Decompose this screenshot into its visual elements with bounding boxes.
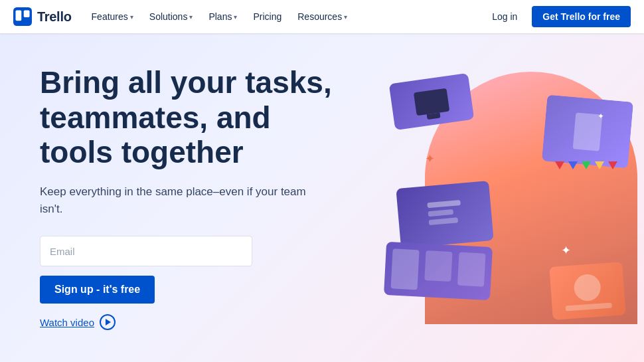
svg-rect-5	[429, 217, 459, 225]
hero-subtitle: Keep everything in the same place–even i…	[40, 183, 319, 217]
svg-rect-7	[424, 250, 452, 281]
monitor-icon	[414, 88, 449, 116]
sparkle-icon-1: ✦	[425, 151, 435, 166]
illustration-container: ✦ ✦ ✦	[385, 58, 637, 337]
nav-features-label: Features	[92, 11, 128, 22]
nav-features[interactable]: Features ▾	[85, 7, 140, 26]
trello-logo-icon	[13, 7, 32, 26]
navbar: Trello Features ▾ Solutions ▾ Plans ▾ Pr…	[0, 0, 644, 33]
hero-content: Bring all your tasks, teammates, and too…	[40, 65, 385, 331]
sparkle-icon-3: ✦	[598, 112, 604, 121]
play-triangle	[106, 319, 111, 325]
nav-plans[interactable]: Plans ▾	[202, 7, 244, 26]
flag-red	[555, 161, 564, 169]
nav-solutions[interactable]: Solutions ▾	[143, 7, 200, 26]
svg-point-9	[573, 273, 602, 302]
hero-title: Bring all your tasks, teammates, and too…	[40, 65, 345, 171]
card-board	[384, 241, 493, 300]
nav-resources[interactable]: Resources ▾	[291, 7, 354, 26]
nav-pricing-label: Pricing	[253, 11, 282, 22]
bunting-decoration	[555, 161, 617, 169]
sparkle-icon-2: ✦	[561, 243, 571, 258]
flag-yellow	[595, 161, 604, 169]
svg-rect-3	[427, 199, 461, 207]
svg-rect-6	[391, 248, 420, 290]
watch-video-link[interactable]: Watch video	[40, 314, 385, 330]
brand-name: Trello	[37, 9, 72, 25]
nav-solutions-label: Solutions	[149, 11, 188, 22]
watch-video-label: Watch video	[40, 317, 94, 328]
nav-right: Log in Get Trello for free	[485, 6, 631, 27]
flag-green	[582, 161, 591, 169]
flag-blue	[568, 161, 578, 169]
logo[interactable]: Trello	[13, 7, 72, 26]
hero-section: Bring all your tasks, teammates, and too…	[0, 33, 644, 362]
get-trello-button[interactable]: Get Trello for free	[532, 6, 631, 27]
svg-rect-1	[16, 10, 22, 21]
play-icon	[100, 314, 116, 330]
login-button[interactable]: Log in	[485, 7, 524, 26]
card-task	[396, 181, 493, 248]
signup-button[interactable]: Sign up - it's free	[40, 276, 155, 304]
nav-resources-label: Resources	[297, 11, 342, 22]
board-icon	[384, 241, 493, 300]
hero-illustration: ✦ ✦ ✦	[385, 33, 637, 362]
nav-links: Features ▾ Solutions ▾ Plans ▾ Pricing R…	[85, 7, 486, 26]
person-icon	[542, 94, 633, 168]
chevron-down-icon: ▾	[344, 13, 347, 21]
card-accent	[549, 262, 625, 319]
nav-pricing[interactable]: Pricing	[246, 7, 288, 26]
svg-rect-2	[24, 10, 30, 17]
chevron-down-icon: ▾	[189, 13, 193, 21]
svg-rect-10	[565, 302, 611, 311]
chevron-down-icon: ▾	[130, 13, 133, 21]
email-field[interactable]	[40, 236, 252, 266]
task-icon	[424, 196, 466, 232]
card-team	[542, 94, 633, 168]
svg-rect-8	[457, 252, 486, 286]
nav-plans-label: Plans	[208, 11, 232, 22]
svg-rect-4	[428, 209, 453, 216]
flag-red-2	[608, 161, 617, 169]
accent-icon	[549, 262, 625, 319]
chevron-down-icon: ▾	[234, 13, 237, 21]
